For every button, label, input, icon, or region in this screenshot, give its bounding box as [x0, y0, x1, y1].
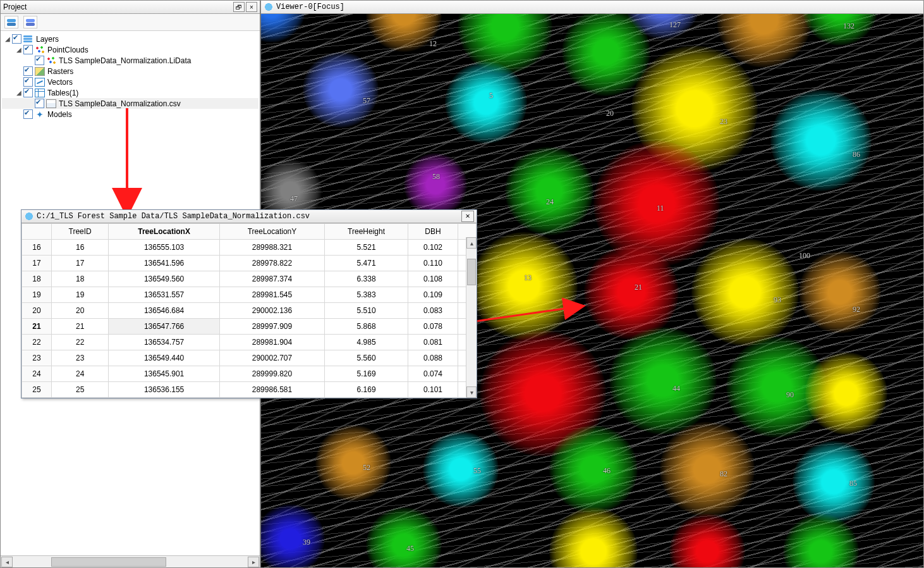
- table-cell[interactable]: 0.088: [408, 350, 458, 366]
- table-row[interactable]: 1919136531.557289981.5455.3830.109: [22, 287, 477, 303]
- row-header[interactable]: 18: [22, 271, 52, 287]
- tree-cluster[interactable]: [423, 431, 499, 507]
- checkbox[interactable]: [23, 45, 33, 54]
- table-cell[interactable]: 5.560: [325, 350, 408, 366]
- layers-tool-2-icon[interactable]: [23, 16, 37, 28]
- tree-tables[interactable]: ◢ Tables(1): [2, 87, 258, 98]
- column-header[interactable]: [22, 224, 52, 240]
- tree-vectors[interactable]: Vectors: [2, 77, 258, 87]
- table-cell[interactable]: 136549.560: [109, 271, 220, 287]
- table-title-bar[interactable]: C:/1_TLS Forest Sample Data/TLS SampleDa…: [21, 210, 477, 223]
- row-header[interactable]: 22: [22, 335, 52, 350]
- column-header[interactable]: TreeID: [52, 224, 109, 240]
- tree-cluster[interactable]: [549, 425, 638, 514]
- tree-cluster[interactable]: [691, 238, 799, 346]
- scroll-thumb[interactable]: [467, 259, 476, 285]
- tree-cluster[interactable]: [660, 422, 755, 517]
- table-cell[interactable]: 136545.901: [109, 366, 220, 382]
- row-header[interactable]: 25: [22, 382, 52, 398]
- checkbox[interactable]: [35, 99, 44, 108]
- viewer-title[interactable]: Viewer-0[Focus]: [261, 1, 923, 14]
- checkbox[interactable]: [23, 88, 33, 97]
- scroll-up-icon[interactable]: ▴: [466, 237, 477, 249]
- table-cell[interactable]: 5.383: [325, 287, 408, 303]
- table-cell[interactable]: 289981.904: [219, 335, 324, 350]
- table-cell[interactable]: 6.338: [325, 271, 408, 287]
- table-cell[interactable]: 21: [52, 319, 109, 335]
- table-cell[interactable]: 289987.374: [219, 271, 324, 287]
- table-cell[interactable]: 289981.545: [219, 287, 324, 303]
- table-vscrollbar[interactable]: ▴ ▾: [466, 237, 477, 398]
- row-header[interactable]: 21: [22, 319, 52, 335]
- row-header[interactable]: 23: [22, 350, 52, 366]
- table-cell[interactable]: 0.083: [408, 303, 458, 319]
- row-header[interactable]: 24: [22, 366, 52, 382]
- table-cell[interactable]: 0.081: [408, 335, 458, 350]
- row-header[interactable]: 16: [22, 240, 52, 256]
- table-cell[interactable]: 5.169: [325, 366, 408, 382]
- table-cell[interactable]: 136546.684: [109, 303, 220, 319]
- table-cell[interactable]: 0.101: [408, 382, 458, 398]
- table-cell[interactable]: 6.169: [325, 382, 408, 398]
- checkbox[interactable]: [23, 109, 33, 119]
- table-row[interactable]: 2222136534.757289981.9044.9850.081: [22, 335, 477, 350]
- table-cell[interactable]: 0.108: [408, 271, 458, 287]
- tree-cluster[interactable]: [315, 425, 391, 501]
- tree-hscrollbar[interactable]: ◂ ▸: [1, 555, 260, 567]
- row-header[interactable]: 19: [22, 287, 52, 303]
- table-row[interactable]: 2121136547.766289997.9095.8680.078: [22, 319, 477, 335]
- scroll-right-icon[interactable]: ▸: [248, 557, 259, 567]
- scroll-left-icon[interactable]: ◂: [1, 557, 13, 567]
- tree-cluster[interactable]: [805, 352, 887, 435]
- table-cell[interactable]: 289986.581: [219, 382, 324, 398]
- table-cell[interactable]: 136534.757: [109, 335, 220, 350]
- tree-pc-item[interactable]: TLS SampleData_Normalization.LiData: [2, 55, 258, 66]
- tree-cluster[interactable]: [584, 245, 679, 340]
- tree-layers[interactable]: ◢ Layers: [2, 34, 258, 44]
- table-close-button[interactable]: ✕: [461, 211, 474, 222]
- table-row[interactable]: 1717136541.596289978.8225.4710.110: [22, 256, 477, 271]
- table-row[interactable]: 1616136555.103289988.3215.5210.102: [22, 240, 477, 256]
- table-cell[interactable]: 136531.557: [109, 287, 220, 303]
- table-cell[interactable]: 136549.440: [109, 350, 220, 366]
- twisty-icon[interactable]: ◢: [15, 46, 23, 54]
- table-row[interactable]: 2424136545.901289999.8205.1690.074: [22, 366, 477, 382]
- table-cell[interactable]: 289997.909: [219, 319, 324, 335]
- tree-cluster[interactable]: [770, 90, 872, 191]
- tree-cluster[interactable]: [445, 61, 527, 144]
- table-cell[interactable]: 0.074: [408, 366, 458, 382]
- checkbox[interactable]: [23, 77, 33, 87]
- checkbox[interactable]: [12, 34, 21, 44]
- row-header[interactable]: 20: [22, 303, 52, 319]
- table-cell[interactable]: 289978.822: [219, 256, 324, 271]
- table-cell[interactable]: 290002.707: [219, 350, 324, 366]
- table-cell[interactable]: 5.471: [325, 256, 408, 271]
- table-cell[interactable]: 136555.103: [109, 240, 220, 256]
- dock-button[interactable]: 🗗: [233, 2, 245, 12]
- checkbox[interactable]: [23, 66, 33, 76]
- table-cell[interactable]: 289988.321: [219, 240, 324, 256]
- table-cell[interactable]: 289999.820: [219, 366, 324, 382]
- tree-cluster[interactable]: [505, 147, 593, 235]
- table-cell[interactable]: 0.110: [408, 256, 458, 271]
- table-cell[interactable]: 17: [52, 256, 109, 271]
- tree-cluster[interactable]: [793, 441, 875, 523]
- table-window[interactable]: C:/1_TLS Forest Sample Data/TLS SampleDa…: [21, 209, 477, 398]
- tree-pointclouds[interactable]: ◢ PointClouds: [2, 44, 258, 55]
- table-cell[interactable]: 5.868: [325, 319, 408, 335]
- scroll-thumb[interactable]: [51, 557, 166, 567]
- table-cell[interactable]: 5.510: [325, 303, 408, 319]
- twisty-icon[interactable]: ◢: [3, 35, 12, 44]
- table-cell[interactable]: 24: [52, 366, 109, 382]
- tree-rasters[interactable]: Rasters: [2, 66, 258, 77]
- tree-csv-item[interactable]: TLS SampleData_Normalization.csv: [2, 98, 258, 109]
- tree-cluster[interactable]: [303, 52, 379, 128]
- table-cell[interactable]: 20: [52, 303, 109, 319]
- table-cell[interactable]: 0.102: [408, 240, 458, 256]
- checkbox[interactable]: [35, 56, 44, 65]
- column-header[interactable]: TreeLocationX: [109, 224, 220, 240]
- table-cell[interactable]: 19: [52, 287, 109, 303]
- table-cell[interactable]: 18: [52, 271, 109, 287]
- tree-cluster[interactable]: [609, 327, 717, 435]
- table-cell[interactable]: 23: [52, 350, 109, 366]
